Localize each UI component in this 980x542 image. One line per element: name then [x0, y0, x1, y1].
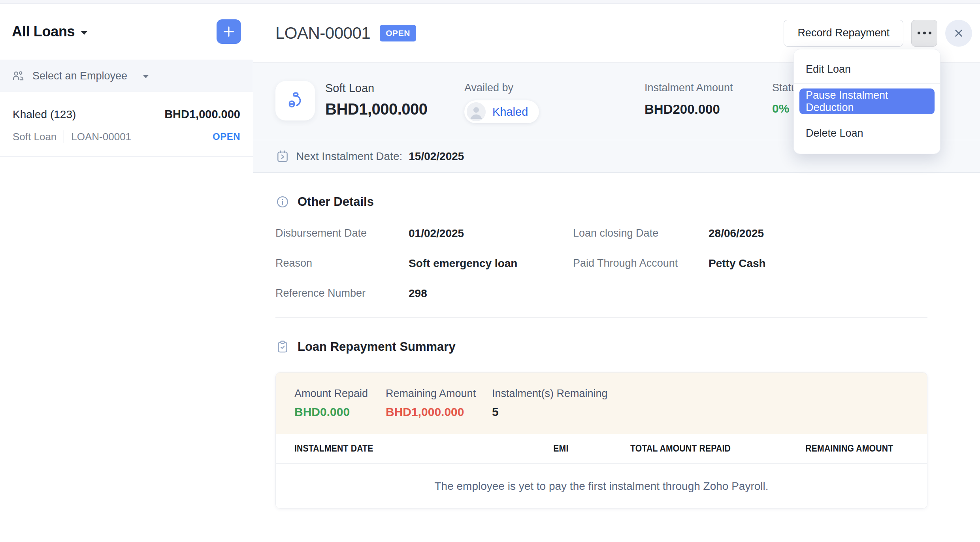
field-value: 298 — [409, 287, 573, 300]
employee-chip[interactable]: Khaled — [464, 100, 539, 123]
menu-item-pause-instalment-deduction[interactable]: Pause Instalment Deduction — [799, 88, 935, 114]
amount-repaid-block: Amount Repaid BHD0.000 — [294, 388, 386, 419]
money-bag-icon — [285, 90, 306, 111]
page-title: LOAN-00001 — [275, 24, 370, 43]
menu-item-edit-loan[interactable]: Edit Loan — [794, 55, 940, 83]
loan-type-block: Soft Loan BHD1,000.000 — [325, 81, 464, 118]
employee-filter-label: Select an Employee — [32, 70, 127, 82]
loans-filter-dropdown[interactable]: All Loans — [12, 23, 87, 40]
status-badge: OPEN — [380, 25, 416, 41]
instalments-remaining-block: Instalment(s) Remaining 5 — [492, 388, 927, 419]
loans-app: All Loans Select an Employee — [0, 4, 980, 542]
field-label: Paid Through Account — [573, 257, 709, 270]
availed-by-label: Availed by — [464, 82, 645, 94]
add-loan-button[interactable] — [217, 19, 241, 44]
menu-item-delete-loan[interactable]: Delete Loan — [794, 119, 940, 147]
instalments-remaining-value: 5 — [492, 405, 927, 419]
employee-name: Khaled (123) — [13, 108, 76, 121]
details-row: Reference Number 298 — [275, 287, 927, 300]
more-actions-button[interactable] — [911, 20, 937, 47]
instalment-amount-label: Instalment Amount — [645, 82, 772, 94]
availed-by-block: Availed by Khaled — [464, 81, 645, 123]
employee-filter[interactable]: Select an Employee — [0, 60, 253, 92]
instalments-empty-state: The employee is yet to pay the first ins… — [276, 464, 927, 508]
details-row: Reason Soft emergency loan Paid Through … — [275, 257, 927, 270]
field-label: Loan closing Date — [573, 227, 709, 240]
close-panel-button[interactable] — [945, 20, 972, 47]
column-header: INSTALMENT DATE — [294, 443, 473, 454]
instalments-table-header: INSTALMENT DATE EMI TOTAL AMOUNT REPAID … — [276, 434, 927, 464]
next-instalment-date: 15/02/2025 — [409, 150, 464, 163]
remaining-amount-label: Remaining Amount — [386, 388, 492, 400]
more-actions-menu: Edit Loan Pause Instalment Deduction Del… — [793, 49, 940, 154]
instalment-amount-block: Instalment Amount BHD200.000 — [645, 81, 772, 117]
loan-type-name: Soft Loan — [325, 82, 464, 95]
avatar — [467, 102, 486, 121]
clipboard-check-icon — [275, 340, 290, 354]
header-actions: Record Repayment — [784, 20, 975, 47]
loan-list-item[interactable]: Khaled (123) BHD1,000.000 Soft Loan LOAN… — [0, 92, 253, 157]
info-icon — [275, 195, 290, 209]
loan-item-top-row: Khaled (123) BHD1,000.000 — [13, 108, 240, 121]
instalments-remaining-label: Instalment(s) Remaining — [492, 388, 927, 400]
users-icon — [12, 70, 24, 82]
column-header: EMI — [473, 443, 568, 454]
field-label: Reason — [275, 257, 409, 270]
remaining-amount-block: Remaining Amount BHD1,000.000 — [386, 388, 492, 419]
plus-icon — [222, 25, 236, 38]
section-title: Loan Repayment Summary — [298, 340, 456, 354]
section-title: Other Details — [298, 195, 374, 209]
chevron-down-icon — [81, 31, 87, 35]
sidebar-title: All Loans — [12, 23, 75, 40]
details-row: Disbursement Date 01/02/2025 Loan closin… — [275, 227, 927, 240]
section-divider — [275, 317, 927, 318]
ellipsis-icon — [918, 32, 920, 34]
field-value: Soft emergency loan — [409, 257, 573, 270]
amount-repaid-value: BHD0.000 — [294, 405, 386, 419]
close-icon — [953, 27, 965, 39]
menu-divider — [794, 83, 940, 84]
employee-link[interactable]: Khaled — [492, 105, 528, 119]
amount-repaid-label: Amount Repaid — [294, 388, 386, 400]
loan-amount: BHD1,000.000 — [164, 108, 240, 121]
chevron-down-icon — [143, 75, 149, 78]
loan-detail-panel: LOAN-00001 OPEN Record Repayment — [253, 4, 980, 542]
calendar-next-icon — [275, 149, 290, 164]
loans-sidebar: All Loans Select an Employee — [0, 4, 253, 542]
repayment-summary-totals: Amount Repaid BHD0.000 Remaining Amount … — [276, 373, 927, 434]
repayment-summary-card: Amount Repaid BHD0.000 Remaining Amount … — [275, 372, 927, 509]
field-value: Petty Cash — [709, 257, 927, 270]
other-details-grid: Disbursement Date 01/02/2025 Loan closin… — [275, 227, 927, 300]
record-repayment-button[interactable]: Record Repayment — [784, 20, 903, 47]
loan-type: Soft Loan — [13, 131, 57, 143]
loan-item-bottom-row: Soft Loan LOAN-00001 OPEN — [13, 130, 240, 143]
other-details-heading: Other Details — [275, 195, 927, 209]
loan-icon-card — [275, 81, 315, 120]
field-label: Reference Number — [275, 287, 409, 300]
empty-state-message: The employee is yet to pay the first ins… — [434, 480, 768, 493]
window-top-edge — [0, 0, 980, 4]
remaining-amount-value: BHD1,000.000 — [386, 405, 492, 419]
loan-principal-amount: BHD1,000.000 — [325, 100, 464, 118]
field-value: 01/02/2025 — [409, 227, 573, 240]
column-header: TOTAL AMOUNT REPAID — [568, 443, 731, 454]
next-instalment-label: Next Instalment Date: — [296, 150, 402, 163]
loan-status-label: OPEN — [213, 131, 240, 142]
loan-detail-content: Other Details Disbursement Date 01/02/20… — [253, 195, 980, 509]
instalment-amount-value: BHD200.000 — [645, 102, 772, 117]
repayment-summary-heading: Loan Repayment Summary — [275, 340, 927, 354]
field-label: Disbursement Date — [275, 227, 409, 240]
column-header: REMAINING AMOUNT — [731, 443, 893, 454]
loan-number: LOAN-00001 — [71, 131, 131, 143]
divider — [64, 130, 64, 143]
sidebar-header: All Loans — [0, 4, 253, 60]
field-value: 28/06/2025 — [709, 227, 927, 240]
